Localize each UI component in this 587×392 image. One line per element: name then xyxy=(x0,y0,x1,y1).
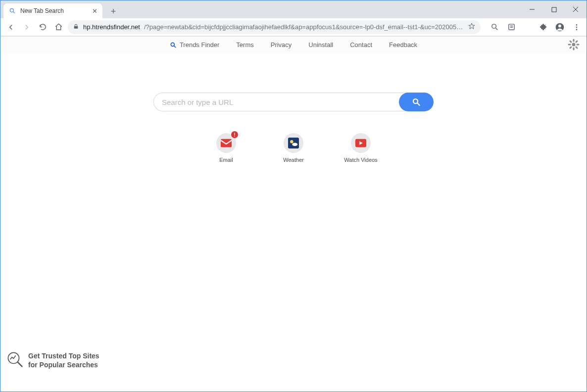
page-content: Trends Finder ! Email Weather xyxy=(0,36,587,392)
svg-point-16 xyxy=(576,29,578,30)
forward-button[interactable] xyxy=(20,21,33,34)
reader-mode-icon[interactable] xyxy=(505,21,517,33)
back-button[interactable] xyxy=(4,21,17,34)
browser-tab-bar: New Tab Search ✕ + xyxy=(0,0,587,18)
search-button[interactable] xyxy=(399,93,434,111)
profile-icon[interactable] xyxy=(554,21,566,33)
svg-rect-6 xyxy=(74,26,78,28)
browser-tab[interactable]: New Tab Search ✕ xyxy=(3,3,102,18)
tab-title: New Tab Search xyxy=(20,7,64,14)
zoom-icon[interactable] xyxy=(489,21,500,33)
promo-line1: Get Trusted Top Sites xyxy=(28,351,99,360)
close-window-button[interactable] xyxy=(565,0,587,18)
svg-point-28 xyxy=(171,43,174,46)
svg-point-14 xyxy=(576,24,578,26)
svg-point-0 xyxy=(10,8,13,12)
svg-line-1 xyxy=(13,12,15,13)
svg-rect-21 xyxy=(221,139,232,147)
address-bar[interactable]: hp.htrendsfinder.net/?page=newtab&cid=bi… xyxy=(68,20,481,34)
shortcut-label: Watch Videos xyxy=(344,157,377,163)
close-icon[interactable]: ✕ xyxy=(92,7,98,15)
svg-point-23 xyxy=(290,140,293,143)
extensions-icon[interactable] xyxy=(537,21,549,33)
svg-line-29 xyxy=(174,46,176,48)
notification-badge: ! xyxy=(231,131,238,138)
footer: Trends Finder Terms Privacy Uninstall Co… xyxy=(0,36,587,53)
svg-line-8 xyxy=(495,28,497,30)
promo-icon xyxy=(6,351,23,370)
shortcut-weather[interactable]: Weather xyxy=(274,133,313,163)
reload-button[interactable] xyxy=(36,21,49,34)
footer-link-privacy[interactable]: Privacy xyxy=(271,41,292,49)
svg-point-24 xyxy=(292,143,297,146)
svg-line-20 xyxy=(417,103,420,105)
lock-icon xyxy=(73,23,79,31)
svg-line-27 xyxy=(18,362,22,367)
new-tab-button[interactable]: + xyxy=(106,4,120,18)
svg-point-15 xyxy=(576,26,578,28)
browser-toolbar: hp.htrendsfinder.net/?page=newtab&cid=bi… xyxy=(0,18,587,36)
shortcut-watch-videos[interactable]: Watch Videos xyxy=(341,133,381,163)
footer-link-feedback[interactable]: Feedback xyxy=(389,41,417,49)
url-path: /?page=newtab&cid=bijcfdpjjccliagimafaoj… xyxy=(144,23,464,31)
svg-point-30 xyxy=(572,43,576,47)
bookmark-star-icon[interactable] xyxy=(468,22,476,32)
footer-link-uninstall[interactable]: Uninstall xyxy=(308,41,333,49)
svg-rect-3 xyxy=(552,7,556,12)
settings-gear-icon[interactable] xyxy=(567,38,581,51)
shortcuts: ! Email Weather Watch Videos xyxy=(206,133,381,163)
maximize-button[interactable] xyxy=(543,0,565,18)
menu-icon[interactable] xyxy=(571,21,583,33)
footer-link-contact[interactable]: Contact xyxy=(350,41,372,49)
shortcut-label: Email xyxy=(219,157,233,163)
minimize-button[interactable] xyxy=(521,0,543,18)
shortcut-email[interactable]: ! Email xyxy=(206,133,246,163)
search-icon xyxy=(8,7,16,15)
footer-link-terms[interactable]: Terms xyxy=(236,41,253,49)
url-domain: hp.htrendsfinder.net xyxy=(83,23,140,31)
promo-banner: Get Trusted Top Sites for Popular Search… xyxy=(6,351,99,370)
svg-point-13 xyxy=(558,24,561,27)
window-controls xyxy=(521,0,587,18)
search-bar xyxy=(153,93,434,111)
search-input[interactable] xyxy=(153,93,409,111)
svg-point-7 xyxy=(491,24,496,29)
home-button[interactable] xyxy=(52,21,65,34)
shortcut-label: Weather xyxy=(283,157,303,163)
footer-brand: Trends Finder xyxy=(170,41,219,49)
promo-line2: for Popular Searches xyxy=(28,360,99,369)
